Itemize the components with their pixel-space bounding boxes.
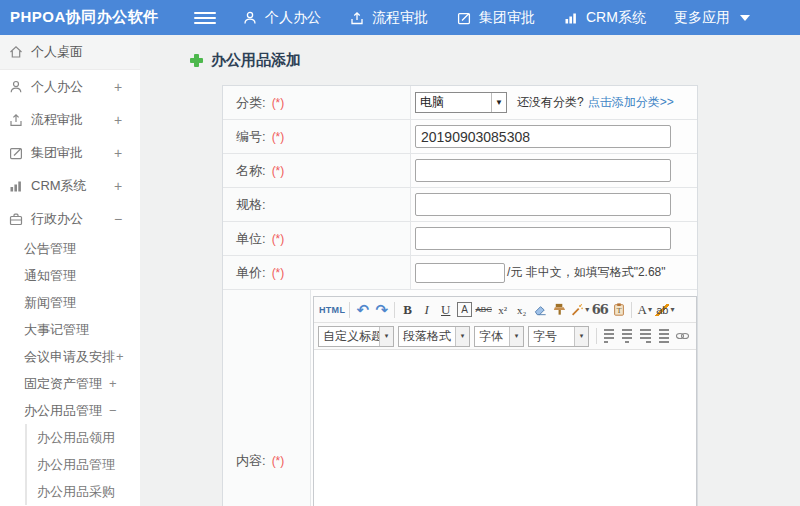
caret-down-icon: ▾ [670, 305, 674, 314]
sidebar-item-label: 流程审批 [31, 111, 83, 129]
svg-text:T: T [616, 307, 621, 315]
nav-crm-system[interactable]: CRM系统 [563, 9, 646, 27]
main-content: 办公用品添加 分类: (*) 电脑 ▼ 还没有分类? 点击添加分类>> [140, 35, 800, 506]
form-row-name: 名称: (*) [223, 154, 697, 188]
user-icon [242, 10, 258, 26]
expand-plus-icon[interactable]: + [116, 349, 124, 364]
supplies-submenu: 办公用品领用 办公用品管理 办公用品采购 [25, 424, 140, 505]
expand-plus-icon[interactable]: + [114, 112, 122, 128]
align-justify-button[interactable] [659, 329, 669, 343]
subitem-label: 新闻管理 [24, 294, 76, 312]
spec-input[interactable] [415, 193, 671, 216]
category-label: 分类: [236, 94, 266, 112]
highlight-color-button[interactable]: ab ▾ [655, 300, 674, 320]
subitem-label: 会议申请及安排 [24, 348, 115, 366]
insert-link-button[interactable] [674, 326, 691, 346]
sidebar-item-crm[interactable]: CRM系统 + [0, 169, 140, 202]
sidebar-item-personal-office[interactable]: 个人办公 + [0, 70, 140, 103]
expand-plus-icon[interactable]: + [114, 178, 122, 194]
align-center-button[interactable] [622, 329, 632, 343]
name-label: 名称: [236, 162, 266, 180]
price-input[interactable] [415, 263, 505, 283]
align-right-button[interactable] [640, 329, 650, 343]
remove-format-button[interactable] [532, 300, 549, 320]
bold-button[interactable]: B [399, 300, 416, 320]
collapse-minus-icon[interactable]: − [114, 211, 122, 227]
subscript-button[interactable]: x₂ [513, 300, 530, 320]
hamburger-icon[interactable] [194, 9, 216, 27]
add-category-link[interactable]: 点击添加分类>> [588, 94, 674, 111]
price-format-hint: /元 非中文，如填写格式"2.68" [507, 264, 666, 281]
sidebar-subitem-meeting[interactable]: 会议申请及安排 + [0, 343, 140, 370]
category-hint: 还没有分类? [517, 94, 584, 111]
font-color-glyph: A [638, 302, 647, 318]
add-plus-icon [190, 54, 203, 67]
undo-button[interactable]: ↶ [354, 300, 371, 320]
select-arrow-icon: ▾ [455, 327, 469, 346]
font-border-button[interactable]: A [456, 300, 473, 320]
sidebar-subsubitem-supplies-manage[interactable]: 办公用品管理 [27, 451, 140, 478]
font-border-glyph: A [457, 302, 472, 317]
sidebar-item-admin-office[interactable]: 行政办公 − [0, 202, 140, 235]
category-select[interactable]: 电脑 ▼ [415, 92, 507, 113]
sidebar-subitem-office-supplies[interactable]: 办公用品管理 − [0, 397, 140, 424]
sidebar-item-workflow-approval[interactable]: 流程审批 + [0, 103, 140, 136]
sidebar: 个人桌面 个人办公 + 流程审批 + 集团审批 + [0, 35, 140, 506]
supply-add-form: 分类: (*) 电脑 ▼ 还没有分类? 点击添加分类>> 编号: (*) [222, 85, 698, 506]
sidebar-subitem-announcement[interactable]: 公告管理 [0, 235, 140, 262]
code-input[interactable] [415, 125, 671, 148]
spec-label-cell: 规格: [223, 188, 411, 221]
font-size-select[interactable]: 字号 ▾ [528, 326, 589, 347]
brush-icon [552, 302, 567, 317]
custom-title-value: 自定义标题 [319, 328, 379, 345]
strikethrough-button[interactable]: ABC [475, 300, 492, 320]
superscript-button[interactable]: x² [494, 300, 511, 320]
sidebar-subsubitem-supplies-purchase[interactable]: 办公用品采购 [27, 478, 140, 505]
nav-label: CRM系统 [586, 9, 646, 27]
auto-typeset-button[interactable]: ▾ [570, 300, 589, 320]
sidebar-subitem-news[interactable]: 新闻管理 [0, 289, 140, 316]
underline-button[interactable]: U [437, 300, 454, 320]
collapse-minus-icon[interactable]: − [109, 403, 117, 418]
unit-input[interactable] [415, 227, 671, 250]
app-logo: PHPOA协同办公软件 [0, 8, 178, 27]
name-input[interactable] [415, 159, 671, 182]
sidebar-item-label: 个人桌面 [31, 43, 83, 61]
blockquote-button[interactable]: 66 [591, 300, 608, 320]
sidebar-item-desktop[interactable]: 个人桌面 [0, 35, 140, 70]
flow-icon [349, 10, 365, 26]
sidebar-item-group-approval[interactable]: 集团审批 + [0, 136, 140, 169]
chart-icon [563, 10, 579, 26]
font-family-select[interactable]: 字体 ▾ [474, 326, 524, 347]
expand-plus-icon[interactable]: + [114, 145, 122, 161]
sidebar-subitem-memorabilia[interactable]: 大事记管理 [0, 316, 140, 343]
format-painter-button[interactable] [551, 300, 568, 320]
source-code-button[interactable]: HTML [319, 300, 345, 320]
custom-title-select[interactable]: 自定义标题 ▾ [318, 326, 394, 347]
sidebar-item-label: 集团审批 [31, 144, 83, 162]
expand-plus-icon[interactable]: + [109, 376, 117, 391]
sidebar-subsubitem-supplies-borrow[interactable]: 办公用品领用 [27, 424, 140, 451]
code-value-cell [411, 120, 697, 153]
align-left-button[interactable] [604, 329, 614, 343]
editor-content-area[interactable] [314, 350, 696, 506]
select-arrow-icon: ▼ [491, 93, 506, 112]
sidebar-subitem-notice[interactable]: 通知管理 [0, 262, 140, 289]
subsubitem-label: 办公用品领用 [37, 429, 115, 447]
expand-plus-icon[interactable]: + [114, 79, 122, 95]
editor-toolbar-row1: HTML ↶ ↷ B I U A ABC x² x₂ [314, 297, 696, 323]
sidebar-item-label: CRM系统 [31, 177, 87, 195]
unit-value-cell [411, 222, 697, 255]
toolbar-separator [394, 302, 395, 318]
redo-button[interactable]: ↷ [373, 300, 390, 320]
nav-group-approval[interactable]: 集团审批 [456, 9, 535, 27]
nav-workflow-approval[interactable]: 流程审批 [349, 9, 428, 27]
sidebar-subitem-fixed-assets[interactable]: 固定资产管理 + [0, 370, 140, 397]
paste-word-button[interactable]: T [610, 300, 627, 320]
nav-personal-office[interactable]: 个人办公 [242, 9, 321, 27]
font-color-button[interactable]: A ▾ [636, 300, 653, 320]
italic-button[interactable]: I [418, 300, 435, 320]
paragraph-format-select[interactable]: 段落格式 ▾ [398, 326, 470, 347]
font-size-value: 字号 [529, 328, 574, 345]
nav-more-apps[interactable]: 更多应用 [674, 9, 750, 27]
